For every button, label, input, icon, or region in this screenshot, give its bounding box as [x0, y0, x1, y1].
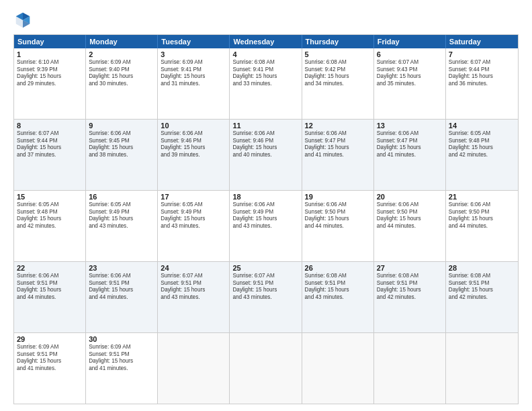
- day-number-26: 26: [305, 264, 371, 272]
- calendar-cell-20: 20Sunrise: 6:06 AM Sunset: 9:50 PM Dayli…: [374, 191, 446, 261]
- calendar-cell-29: 29Sunrise: 6:09 AM Sunset: 9:51 PM Dayli…: [14, 333, 86, 404]
- day-info-17: Sunrise: 6:05 AM Sunset: 9:49 PM Dayligh…: [161, 201, 226, 230]
- weekday-header-sunday: Sunday: [14, 35, 86, 48]
- day-number-2: 2: [89, 50, 154, 58]
- calendar-row-3: 15Sunrise: 6:05 AM Sunset: 9:48 PM Dayli…: [14, 190, 518, 261]
- weekday-header-wednesday: Wednesday: [230, 35, 302, 48]
- day-number-14: 14: [449, 122, 515, 130]
- day-info-25: Sunrise: 6:07 AM Sunset: 9:51 PM Dayligh…: [232, 273, 298, 302]
- calendar-cell-3: 3Sunrise: 6:09 AM Sunset: 9:41 PM Daylig…: [158, 48, 230, 119]
- logo-icon: [13, 10, 32, 29]
- day-info-20: Sunrise: 6:06 AM Sunset: 9:50 PM Dayligh…: [377, 201, 443, 230]
- calendar-cell-30: 30Sunrise: 6:09 AM Sunset: 9:51 PM Dayli…: [86, 333, 158, 404]
- day-number-10: 10: [161, 122, 226, 130]
- day-number-3: 3: [161, 50, 226, 58]
- day-info-9: Sunrise: 6:06 AM Sunset: 9:45 PM Dayligh…: [89, 130, 154, 159]
- day-info-29: Sunrise: 6:09 AM Sunset: 9:51 PM Dayligh…: [17, 344, 83, 373]
- calendar-cell-14: 14Sunrise: 6:05 AM Sunset: 9:48 PM Dayli…: [446, 120, 518, 190]
- day-info-21: Sunrise: 6:06 AM Sunset: 9:50 PM Dayligh…: [449, 201, 515, 230]
- calendar-cell-1: 1Sunrise: 6:10 AM Sunset: 9:39 PM Daylig…: [14, 48, 86, 119]
- day-number-13: 13: [377, 122, 443, 130]
- calendar-cell-9: 9Sunrise: 6:06 AM Sunset: 9:45 PM Daylig…: [86, 120, 158, 190]
- day-info-19: Sunrise: 6:06 AM Sunset: 9:50 PM Dayligh…: [305, 201, 371, 230]
- day-info-13: Sunrise: 6:06 AM Sunset: 9:47 PM Dayligh…: [377, 130, 443, 159]
- day-number-17: 17: [161, 193, 226, 201]
- day-number-28: 28: [449, 264, 515, 272]
- day-info-23: Sunrise: 6:06 AM Sunset: 9:51 PM Dayligh…: [89, 273, 154, 302]
- calendar-cell-empty-4-6: [446, 333, 518, 404]
- day-number-6: 6: [377, 50, 443, 58]
- calendar-cell-25: 25Sunrise: 6:07 AM Sunset: 9:51 PM Dayli…: [230, 262, 302, 332]
- weekday-header-tuesday: Tuesday: [158, 35, 230, 48]
- day-number-12: 12: [305, 122, 371, 130]
- calendar-cell-18: 18Sunrise: 6:06 AM Sunset: 9:49 PM Dayli…: [230, 191, 302, 261]
- day-info-6: Sunrise: 6:07 AM Sunset: 9:43 PM Dayligh…: [377, 59, 443, 88]
- calendar-cell-2: 2Sunrise: 6:09 AM Sunset: 9:40 PM Daylig…: [86, 48, 158, 119]
- day-number-29: 29: [17, 335, 83, 343]
- day-number-27: 27: [377, 264, 443, 272]
- calendar-header-row: SundayMondayTuesdayWednesdayThursdayFrid…: [14, 35, 518, 48]
- weekday-header-thursday: Thursday: [302, 35, 374, 48]
- day-info-26: Sunrise: 6:08 AM Sunset: 9:51 PM Dayligh…: [305, 273, 371, 302]
- calendar-cell-11: 11Sunrise: 6:06 AM Sunset: 9:46 PM Dayli…: [230, 120, 302, 190]
- calendar-cell-10: 10Sunrise: 6:06 AM Sunset: 9:46 PM Dayli…: [158, 120, 230, 190]
- calendar-cell-26: 26Sunrise: 6:08 AM Sunset: 9:51 PM Dayli…: [302, 262, 374, 332]
- calendar-row-2: 8Sunrise: 6:07 AM Sunset: 9:44 PM Daylig…: [14, 119, 518, 190]
- calendar-cell-12: 12Sunrise: 6:06 AM Sunset: 9:47 PM Dayli…: [302, 120, 374, 190]
- logo: [13, 10, 35, 29]
- day-info-15: Sunrise: 6:05 AM Sunset: 9:48 PM Dayligh…: [17, 201, 83, 230]
- weekday-header-friday: Friday: [374, 35, 446, 48]
- calendar-cell-13: 13Sunrise: 6:06 AM Sunset: 9:47 PM Dayli…: [374, 120, 446, 190]
- day-info-2: Sunrise: 6:09 AM Sunset: 9:40 PM Dayligh…: [89, 59, 154, 88]
- day-number-4: 4: [232, 50, 298, 58]
- day-info-7: Sunrise: 6:07 AM Sunset: 9:44 PM Dayligh…: [449, 59, 515, 88]
- day-info-22: Sunrise: 6:06 AM Sunset: 9:51 PM Dayligh…: [17, 273, 83, 302]
- calendar-cell-empty-4-2: [158, 333, 230, 404]
- day-number-11: 11: [232, 122, 298, 130]
- day-info-4: Sunrise: 6:08 AM Sunset: 9:41 PM Dayligh…: [232, 59, 298, 88]
- day-number-23: 23: [89, 264, 154, 272]
- day-number-20: 20: [377, 193, 443, 201]
- page: SundayMondayTuesdayWednesdayThursdayFrid…: [0, 0, 532, 411]
- day-info-27: Sunrise: 6:08 AM Sunset: 9:51 PM Dayligh…: [377, 273, 443, 302]
- day-number-30: 30: [89, 335, 154, 343]
- calendar: SundayMondayTuesdayWednesdayThursdayFrid…: [13, 34, 519, 404]
- day-info-1: Sunrise: 6:10 AM Sunset: 9:39 PM Dayligh…: [17, 59, 83, 88]
- calendar-cell-17: 17Sunrise: 6:05 AM Sunset: 9:49 PM Dayli…: [158, 191, 230, 261]
- calendar-cell-22: 22Sunrise: 6:06 AM Sunset: 9:51 PM Dayli…: [14, 262, 86, 332]
- weekday-header-saturday: Saturday: [446, 35, 518, 48]
- calendar-cell-21: 21Sunrise: 6:06 AM Sunset: 9:50 PM Dayli…: [446, 191, 518, 261]
- calendar-row-1: 1Sunrise: 6:10 AM Sunset: 9:39 PM Daylig…: [14, 48, 518, 119]
- weekday-header-monday: Monday: [86, 35, 158, 48]
- calendar-cell-19: 19Sunrise: 6:06 AM Sunset: 9:50 PM Dayli…: [302, 191, 374, 261]
- calendar-cell-empty-4-4: [302, 333, 374, 404]
- day-info-28: Sunrise: 6:08 AM Sunset: 9:51 PM Dayligh…: [449, 273, 515, 302]
- calendar-body: 1Sunrise: 6:10 AM Sunset: 9:39 PM Daylig…: [14, 48, 518, 404]
- calendar-row-5: 29Sunrise: 6:09 AM Sunset: 9:51 PM Dayli…: [14, 332, 518, 404]
- day-number-8: 8: [17, 122, 83, 130]
- day-info-8: Sunrise: 6:07 AM Sunset: 9:44 PM Dayligh…: [17, 130, 83, 159]
- calendar-cell-23: 23Sunrise: 6:06 AM Sunset: 9:51 PM Dayli…: [86, 262, 158, 332]
- day-info-24: Sunrise: 6:07 AM Sunset: 9:51 PM Dayligh…: [161, 273, 226, 302]
- calendar-cell-7: 7Sunrise: 6:07 AM Sunset: 9:44 PM Daylig…: [446, 48, 518, 119]
- day-number-18: 18: [232, 193, 298, 201]
- day-number-24: 24: [161, 264, 226, 272]
- day-number-7: 7: [449, 50, 515, 58]
- calendar-row-4: 22Sunrise: 6:06 AM Sunset: 9:51 PM Dayli…: [14, 261, 518, 332]
- calendar-cell-27: 27Sunrise: 6:08 AM Sunset: 9:51 PM Dayli…: [374, 262, 446, 332]
- calendar-cell-empty-4-3: [230, 333, 302, 404]
- day-number-22: 22: [17, 264, 83, 272]
- day-number-5: 5: [305, 50, 371, 58]
- calendar-cell-8: 8Sunrise: 6:07 AM Sunset: 9:44 PM Daylig…: [14, 120, 86, 190]
- day-info-18: Sunrise: 6:06 AM Sunset: 9:49 PM Dayligh…: [232, 201, 298, 230]
- day-info-14: Sunrise: 6:05 AM Sunset: 9:48 PM Dayligh…: [449, 130, 515, 159]
- day-number-19: 19: [305, 193, 371, 201]
- day-number-15: 15: [17, 193, 83, 201]
- calendar-cell-6: 6Sunrise: 6:07 AM Sunset: 9:43 PM Daylig…: [374, 48, 446, 119]
- calendar-cell-5: 5Sunrise: 6:08 AM Sunset: 9:42 PM Daylig…: [302, 48, 374, 119]
- day-info-12: Sunrise: 6:06 AM Sunset: 9:47 PM Dayligh…: [305, 130, 371, 159]
- calendar-cell-16: 16Sunrise: 6:05 AM Sunset: 9:49 PM Dayli…: [86, 191, 158, 261]
- day-number-1: 1: [17, 50, 83, 58]
- calendar-cell-15: 15Sunrise: 6:05 AM Sunset: 9:48 PM Dayli…: [14, 191, 86, 261]
- day-number-25: 25: [232, 264, 298, 272]
